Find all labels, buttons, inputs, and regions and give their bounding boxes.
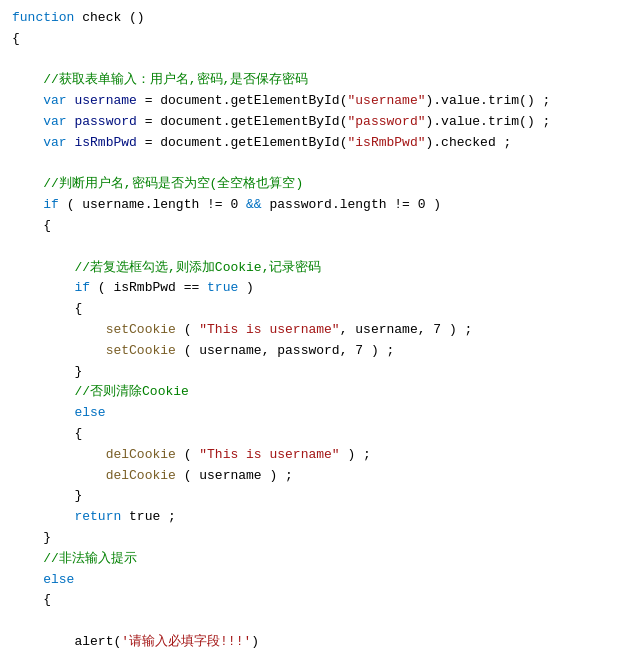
code-line: } bbox=[0, 486, 632, 507]
code-line: //非法输入提示 bbox=[0, 549, 632, 570]
token: var bbox=[43, 133, 66, 154]
indent bbox=[12, 382, 74, 403]
token: = document.getElementById( bbox=[145, 112, 348, 133]
token: "This is username" bbox=[199, 320, 339, 341]
token: ) bbox=[251, 632, 259, 653]
code-line: { bbox=[0, 590, 632, 611]
token: } bbox=[74, 362, 82, 383]
indent bbox=[12, 91, 43, 112]
token: setCookie bbox=[106, 320, 176, 341]
code-line: { bbox=[0, 299, 632, 320]
indent bbox=[12, 486, 74, 507]
code-line bbox=[0, 237, 632, 258]
indent bbox=[12, 424, 74, 445]
code-line: if ( isRmbPwd == true ) bbox=[0, 278, 632, 299]
token: var bbox=[43, 112, 66, 133]
token: { bbox=[74, 424, 82, 445]
indent bbox=[12, 445, 106, 466]
code-line: else bbox=[0, 403, 632, 424]
code-line: { bbox=[0, 29, 632, 50]
code-line: //判断用户名,密码是否为空(全空格也算空) bbox=[0, 174, 632, 195]
token: true ; bbox=[121, 507, 176, 528]
token: else bbox=[74, 403, 105, 424]
token: //若复选框勾选,则添加Cookie,记录密码 bbox=[74, 258, 321, 279]
token: if bbox=[43, 195, 59, 216]
token: function bbox=[12, 8, 74, 29]
indent bbox=[12, 590, 43, 611]
token: true bbox=[207, 278, 238, 299]
token: "This is username" bbox=[199, 445, 339, 466]
code-line: { bbox=[0, 424, 632, 445]
indent bbox=[12, 278, 74, 299]
indent bbox=[12, 549, 43, 570]
indent bbox=[12, 466, 106, 487]
code-line: } bbox=[0, 528, 632, 549]
token: "username" bbox=[347, 91, 425, 112]
code-line: delCookie ( "This is username" ) ; bbox=[0, 445, 632, 466]
indent bbox=[12, 299, 74, 320]
indent bbox=[12, 112, 43, 133]
indent bbox=[12, 362, 74, 383]
token: return bbox=[74, 507, 121, 528]
token: alert( bbox=[74, 632, 121, 653]
token: ( bbox=[176, 445, 199, 466]
indent bbox=[12, 528, 43, 549]
code-line: } bbox=[0, 362, 632, 383]
token: var bbox=[43, 91, 66, 112]
token: { bbox=[43, 590, 51, 611]
token: ( bbox=[176, 320, 199, 341]
code-line: if ( username.length != 0 && password.le… bbox=[0, 195, 632, 216]
code-line: return true ; bbox=[0, 507, 632, 528]
code-line: else bbox=[0, 570, 632, 591]
indent bbox=[12, 341, 106, 362]
token: isRmbPwd bbox=[67, 133, 145, 154]
code-line bbox=[0, 50, 632, 71]
token: ( username ) ; bbox=[176, 466, 293, 487]
token: //否则清除Cookie bbox=[74, 382, 188, 403]
code-line: alert('请输入必填字段!!!') bbox=[0, 632, 632, 653]
indent bbox=[12, 403, 74, 424]
indent bbox=[12, 320, 106, 341]
code-line: //若复选框勾选,则添加Cookie,记录密码 bbox=[0, 258, 632, 279]
token: "isRmbPwd" bbox=[347, 133, 425, 154]
code-line: var password = document.getElementById("… bbox=[0, 112, 632, 133]
token: ( isRmbPwd == bbox=[90, 278, 207, 299]
indent bbox=[12, 174, 43, 195]
code-line: function check () bbox=[0, 8, 632, 29]
token: ).value.trim() ; bbox=[426, 91, 551, 112]
token: password.length != 0 ) bbox=[262, 195, 441, 216]
token: , username, 7 ) ; bbox=[340, 320, 473, 341]
token: delCookie bbox=[106, 466, 176, 487]
indent bbox=[12, 70, 43, 91]
indent bbox=[12, 258, 74, 279]
token: = document.getElementById( bbox=[145, 133, 348, 154]
code-line: setCookie ( username, password, 7 ) ; bbox=[0, 341, 632, 362]
code-line bbox=[0, 611, 632, 632]
token: ).value.trim() ; bbox=[426, 112, 551, 133]
code-line: delCookie ( username ) ; bbox=[0, 466, 632, 487]
indent bbox=[12, 133, 43, 154]
token: { bbox=[12, 29, 20, 50]
token: } bbox=[43, 528, 51, 549]
code-line: //否则清除Cookie bbox=[0, 382, 632, 403]
code-line: var isRmbPwd = document.getElementById("… bbox=[0, 133, 632, 154]
code-editor: function check (){ //获取表单输入：用户名,密码,是否保存密… bbox=[0, 0, 632, 655]
token: "password" bbox=[347, 112, 425, 133]
code-line: { bbox=[0, 216, 632, 237]
code-line: //获取表单输入：用户名,密码,是否保存密码 bbox=[0, 70, 632, 91]
token: && bbox=[246, 195, 262, 216]
token: = document.getElementById( bbox=[145, 91, 348, 112]
token: //获取表单输入：用户名,密码,是否保存密码 bbox=[43, 70, 308, 91]
token: if bbox=[74, 278, 90, 299]
token: check () bbox=[74, 8, 144, 29]
token: ).checked ; bbox=[426, 133, 512, 154]
indent bbox=[12, 216, 43, 237]
token: { bbox=[43, 216, 51, 237]
indent bbox=[12, 195, 43, 216]
token: delCookie bbox=[106, 445, 176, 466]
token: } bbox=[74, 486, 82, 507]
code-line: setCookie ( "This is username", username… bbox=[0, 320, 632, 341]
indent bbox=[12, 570, 43, 591]
token: setCookie bbox=[106, 341, 176, 362]
token: username bbox=[67, 91, 145, 112]
